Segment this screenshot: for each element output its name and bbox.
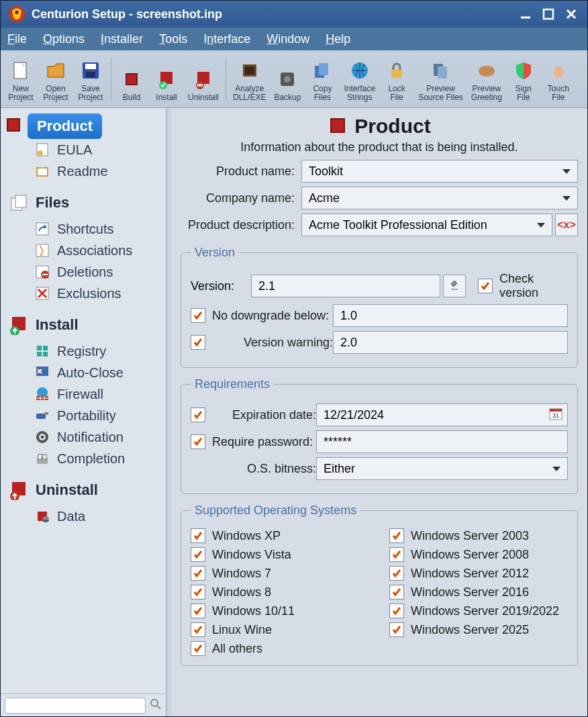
notification-icon: [34, 429, 50, 445]
sidebar-item-firewall[interactable]: Firewall: [5, 383, 163, 405]
no-downgrade-input[interactable]: [333, 304, 568, 327]
version-warning-label: Version warning:: [212, 336, 333, 350]
tb-new-project[interactable]: New Project: [3, 53, 38, 105]
version-input[interactable]: [251, 275, 440, 297]
menu-options[interactable]: Options: [43, 32, 85, 46]
os-checkbox[interactable]: [191, 547, 205, 562]
tb-uninstall[interactable]: Uninstall: [184, 53, 223, 105]
menu-file[interactable]: File: [7, 32, 27, 46]
sidebar-item-completion[interactable]: Completion: [5, 448, 163, 469]
tb-copy-files[interactable]: Copy Files: [305, 53, 340, 105]
tb-analyze[interactable]: Analyze DLL/EXE: [229, 53, 270, 105]
tb-interface-strings[interactable]: Interface Strings: [340, 53, 379, 105]
os-checkbox[interactable]: [191, 585, 205, 600]
os-item-right-4: Windows Server 2019/2022: [389, 604, 568, 618]
os-checkbox[interactable]: [389, 547, 404, 562]
sidebar-item-notification[interactable]: Notification: [5, 426, 163, 448]
sidebar-item-deletions[interactable]: Deletions: [5, 261, 163, 283]
menu-interface[interactable]: Interface: [203, 32, 250, 46]
sidebar-item-associations[interactable]: Associations: [5, 240, 163, 261]
tb-save-project[interactable]: Save Project: [73, 53, 108, 105]
files-icon: [7, 191, 30, 214]
os-checkbox[interactable]: [191, 566, 205, 581]
version-warning-checkbox[interactable]: [191, 335, 205, 350]
product-name-combo[interactable]: Toolkit: [301, 160, 578, 183]
no-downgrade-checkbox[interactable]: [191, 308, 205, 323]
bitness-combo[interactable]: Either: [316, 457, 568, 480]
os-checkbox[interactable]: [191, 604, 205, 618]
expiration-checkbox[interactable]: [191, 408, 205, 422]
sidebar-item-autoclose[interactable]: Auto-Close: [5, 362, 163, 383]
shortcuts-icon: [34, 221, 50, 237]
check-version-checkbox[interactable]: [478, 279, 493, 293]
os-checkbox[interactable]: [191, 528, 205, 543]
tb-backup[interactable]: Backup: [270, 53, 305, 105]
os-checkbox[interactable]: [389, 604, 404, 618]
os-item-right-1: Windows Server 2008: [389, 547, 568, 562]
menu-help[interactable]: Help: [326, 32, 350, 46]
calendar-icon[interactable]: 31: [549, 407, 564, 422]
chevron-down-icon: [562, 169, 571, 174]
edit-desc-button[interactable]: <x>: [555, 213, 578, 236]
sidebar-item-registry[interactable]: Registry: [5, 340, 163, 362]
menu-installer[interactable]: Installer: [101, 32, 143, 46]
sidebar-item-shortcuts[interactable]: Shortcuts: [5, 218, 163, 240]
tb-build[interactable]: Build: [114, 53, 149, 105]
sidebar-item-product[interactable]: Product: [28, 113, 102, 139]
sidebar-item-portability[interactable]: Portability: [5, 405, 163, 426]
svg-rect-19: [245, 66, 254, 75]
menu-tools[interactable]: Tools: [159, 32, 187, 46]
menu-window[interactable]: Window: [266, 32, 309, 46]
sidebar-item-eula[interactable]: EULA: [5, 139, 163, 160]
sidebar-section-install[interactable]: Install: [5, 309, 163, 340]
os-checkbox[interactable]: [191, 622, 205, 637]
tb-preview-greeting[interactable]: Preview Greeting: [467, 53, 506, 105]
os-label: Windows Server 2019/2022: [411, 604, 559, 618]
sidebar-section-uninstall[interactable]: Uninstall: [5, 475, 163, 506]
maximize-button[interactable]: [539, 7, 558, 21]
company-name-combo[interactable]: Acme: [301, 187, 578, 209]
sidebar-item-readme[interactable]: Readme: [5, 160, 163, 182]
svg-rect-49: [37, 352, 42, 356]
close-button[interactable]: [562, 7, 581, 21]
svg-text:31: 31: [552, 412, 559, 419]
eula-icon: [34, 142, 50, 158]
tb-lock-file[interactable]: Lock File: [379, 53, 414, 105]
os-item-left-2: Windows 7: [191, 566, 369, 581]
svg-rect-36: [36, 223, 48, 235]
bitness-label: O.S. bitness:: [212, 462, 316, 476]
sidebar-item-exclusions[interactable]: Exclusions: [5, 283, 163, 304]
tb-preview-source[interactable]: Preview Source Files: [414, 53, 467, 105]
os-checkbox[interactable]: [389, 622, 404, 637]
svg-point-73: [151, 700, 158, 706]
firewall-icon: [34, 386, 50, 402]
os-checkbox[interactable]: [389, 528, 404, 543]
sidebar-item-data[interactable]: Data: [5, 506, 163, 527]
readme-icon: [34, 163, 50, 179]
expiration-input[interactable]: [316, 403, 568, 426]
tb-touch-file[interactable]: Touch File: [541, 53, 576, 105]
os-checkbox[interactable]: [191, 641, 205, 656]
search-icon[interactable]: [150, 698, 162, 713]
version-detect-button[interactable]: [443, 275, 466, 297]
password-checkbox[interactable]: [191, 434, 205, 449]
autoclose-icon: [34, 365, 50, 381]
product-desc-combo[interactable]: Acme Toolkit Professional Edition: [301, 213, 552, 236]
check-version-label: Check version: [499, 272, 568, 300]
sidebar-search-input[interactable]: [5, 698, 146, 714]
tb-sign-file[interactable]: Sign File: [506, 53, 541, 105]
sidebar-section-files[interactable]: Files: [5, 187, 163, 218]
sidebar-search: [1, 694, 166, 716]
version-warning-input[interactable]: [333, 331, 568, 354]
os-label: Windows 7: [212, 567, 271, 581]
os-checkbox[interactable]: [389, 585, 404, 600]
svg-point-32: [38, 150, 43, 156]
deletions-icon: [34, 264, 50, 280]
app-window: Centurion Setup - screenshot.inp File Op…: [0, 0, 588, 717]
password-input[interactable]: [316, 430, 568, 453]
tb-install[interactable]: Install: [149, 53, 184, 105]
minimize-button[interactable]: [516, 7, 535, 21]
svg-rect-27: [438, 66, 447, 79]
os-checkbox[interactable]: [389, 566, 404, 581]
tb-open-project[interactable]: Open Project: [38, 53, 73, 105]
